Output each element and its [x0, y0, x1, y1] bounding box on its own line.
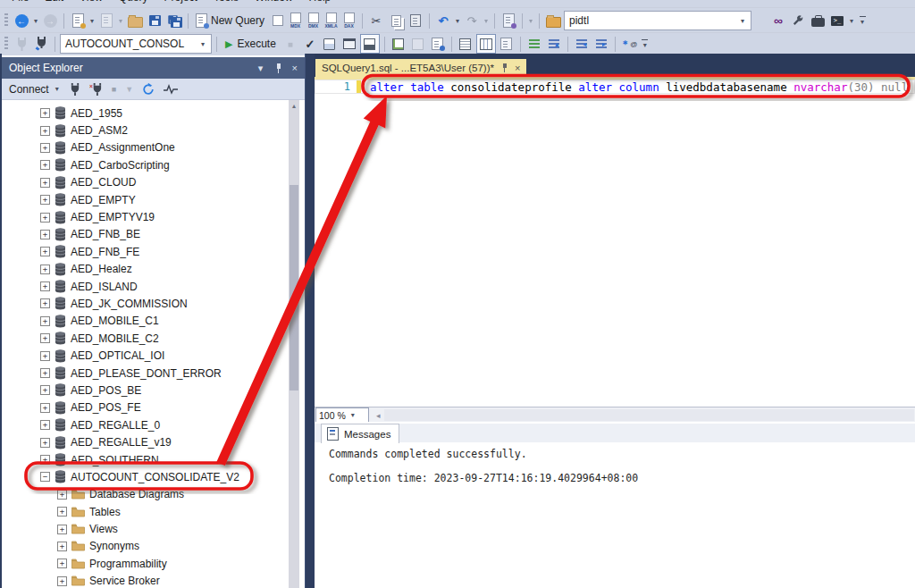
menu-item-tools[interactable]: Tools — [206, 0, 247, 7]
menu-item-project[interactable]: Project — [156, 0, 206, 7]
tree-item-tables[interactable]: +Tables — [2, 503, 289, 520]
cut-button[interactable]: ✂ — [367, 12, 385, 29]
command-window-dropdown[interactable]: ▾ — [848, 17, 855, 25]
tree-item-aed-healez[interactable]: +AED_Healez — [2, 261, 289, 278]
results-to-file-button[interactable] — [498, 35, 516, 53]
browse-server-button[interactable] — [544, 12, 562, 29]
expand-icon[interactable]: + — [40, 316, 50, 326]
messages-output[interactable]: Commands completed successfully. Complet… — [315, 442, 915, 588]
tree-item-aed-regalle-v19[interactable]: +AED_REGALLE_v19 — [2, 433, 289, 450]
activity-monitor-icon[interactable] — [164, 84, 178, 95]
save-button[interactable] — [146, 12, 164, 29]
window-position-dropdown[interactable]: ▾ — [257, 63, 264, 74]
analysis-query-button[interactable] — [269, 13, 286, 29]
add-item-dropdown[interactable]: ▾ — [117, 17, 124, 25]
tab-pin-icon[interactable] — [501, 63, 508, 72]
intellisense-button[interactable] — [429, 35, 447, 53]
tree-item-aed-asm2[interactable]: +AED_ASM2 — [2, 122, 289, 139]
expand-icon[interactable]: + — [40, 160, 50, 170]
back-history-dropdown[interactable]: ▾ — [32, 17, 39, 25]
toolbar-grip[interactable] — [4, 37, 8, 51]
redo-dropdown[interactable]: ▾ — [483, 17, 490, 25]
expand-icon[interactable]: + — [40, 178, 50, 188]
copy-button[interactable] — [387, 12, 405, 29]
messages-tab[interactable]: Messages — [321, 424, 399, 443]
expand-icon[interactable]: + — [40, 351, 50, 361]
tree-item-aed-southern[interactable]: +AED_SOUTHERN — [2, 451, 289, 468]
tree-item-aed-mobile-c2[interactable]: +AED_MOBILE_C2 — [2, 330, 289, 347]
expand-icon[interactable]: + — [40, 195, 50, 205]
parse-query-button[interactable]: ✓ — [301, 35, 319, 53]
navigate-forward-button[interactable]: → — [41, 12, 59, 29]
connect-dropdown[interactable]: Connect ▾ — [9, 83, 61, 96]
new-query-button[interactable]: New Query — [193, 12, 267, 29]
expand-icon[interactable]: + — [40, 230, 50, 239]
expand-icon[interactable]: + — [40, 247, 50, 256]
navigate-back-button[interactable]: ← — [13, 12, 30, 29]
expand-icon[interactable]: + — [57, 507, 67, 517]
horizontal-scrollbar[interactable] — [384, 409, 914, 421]
command-window-button[interactable]: >_ — [828, 12, 846, 29]
toolbox-button[interactable] — [809, 12, 827, 29]
tree-item-programmability[interactable]: +Programmability — [2, 555, 289, 572]
tree-item-aed-carboscripting[interactable]: +AED_CarboScripting — [2, 156, 289, 173]
connect-button[interactable] — [13, 35, 30, 53]
menu-item-view[interactable]: View — [71, 0, 111, 7]
new-project-dropdown[interactable]: ▾ — [88, 17, 96, 25]
object-explorer-scrollbar[interactable]: ▴ — [289, 100, 299, 588]
expand-icon[interactable]: + — [57, 576, 67, 586]
available-databases-combo[interactable]: AUTOCOUNT_CONSOL ▾ — [60, 34, 212, 54]
tree-item-aed-fnb-fe[interactable]: +AED_FNB_FE — [2, 243, 289, 260]
collapse-icon[interactable]: − — [40, 472, 50, 482]
zoom-level-combo[interactable]: 100 % ▾ — [315, 407, 369, 423]
results-to-grid-button[interactable] — [476, 34, 496, 54]
expand-icon[interactable]: + — [40, 298, 50, 308]
increase-indent-button[interactable]: ◂ — [592, 35, 610, 53]
menu-item-file[interactable]: File — [4, 0, 37, 7]
open-file-button[interactable] — [126, 12, 144, 29]
object-explorer-titlebar[interactable]: Object Explorer ▾ × — [2, 57, 305, 79]
display-estimated-plan-button[interactable] — [321, 35, 339, 53]
tree-item-autocount-consolidate-v2[interactable]: −AUTOCOUNT_CONSOLIDATE_V2 — [2, 468, 289, 485]
tree-item-aed-fnb-be[interactable]: +AED_FNB_BE — [2, 226, 289, 243]
redo-button[interactable]: ↷ — [463, 12, 481, 29]
tree-item-aed-pos-fe[interactable]: +AED_POS_FE — [2, 399, 289, 416]
vs-logo-button[interactable]: ∞ — [769, 12, 787, 29]
execute-button[interactable]: ▶ Execute — [222, 35, 280, 53]
tree-item-aed-1955[interactable]: +AED_1955 — [2, 105, 289, 122]
expand-icon[interactable]: + — [40, 420, 50, 430]
tab-close-icon[interactable]: × — [515, 63, 520, 73]
tree-item-aed-pos-be[interactable]: +AED_POS_BE — [2, 382, 289, 399]
expand-icon[interactable]: + — [40, 403, 50, 413]
menu-item-help[interactable]: Help — [301, 0, 340, 7]
query-options-button[interactable] — [340, 35, 358, 53]
menu-item-edit[interactable]: Edit — [37, 0, 71, 7]
script-wizard-button[interactable] — [499, 12, 517, 29]
expand-icon[interactable]: + — [57, 525, 67, 534]
include-actual-plan-toggle[interactable] — [360, 34, 380, 54]
tools-button[interactable] — [789, 12, 807, 29]
live-query-stats-button[interactable] — [390, 35, 407, 53]
scroll-up-arrow[interactable]: ▴ — [289, 100, 299, 112]
tree-item-aed-cloud[interactable]: +AED_CLOUD — [2, 174, 289, 191]
paste-button[interactable] — [407, 12, 424, 29]
tree-item-database-diagrams[interactable]: +Database Diagrams — [2, 486, 289, 503]
expand-icon[interactable]: + — [40, 333, 50, 343]
tree-item-synonyms[interactable]: +Synonyms — [2, 538, 289, 555]
comment-lines-button[interactable] — [525, 35, 543, 53]
expand-icon[interactable]: + — [40, 108, 50, 118]
tree-item-aed-jk-commission[interactable]: +AED_JK_COMMISSION — [2, 295, 289, 312]
toolbar-overflow-button[interactable]: ▾ — [640, 39, 651, 49]
expand-icon[interactable]: + — [40, 438, 50, 448]
close-panel-button[interactable]: × — [292, 63, 298, 73]
expand-icon[interactable]: + — [40, 213, 50, 223]
search-box[interactable]: pidtl ▾ — [564, 11, 751, 30]
cancel-query-button[interactable]: ■ — [281, 35, 299, 53]
expand-icon[interactable]: + — [40, 265, 50, 274]
document-tab[interactable]: SQLQuery1.sql - ...ET5A3\User (57))* × — [315, 59, 526, 77]
toolbar-grip[interactable] — [4, 13, 8, 28]
client-stats-button[interactable] — [409, 35, 427, 53]
undo-button[interactable]: ↶ — [434, 12, 452, 29]
scrollbar-thumb[interactable] — [290, 185, 298, 391]
collapsed-dropdown[interactable]: ▾ — [527, 17, 534, 25]
